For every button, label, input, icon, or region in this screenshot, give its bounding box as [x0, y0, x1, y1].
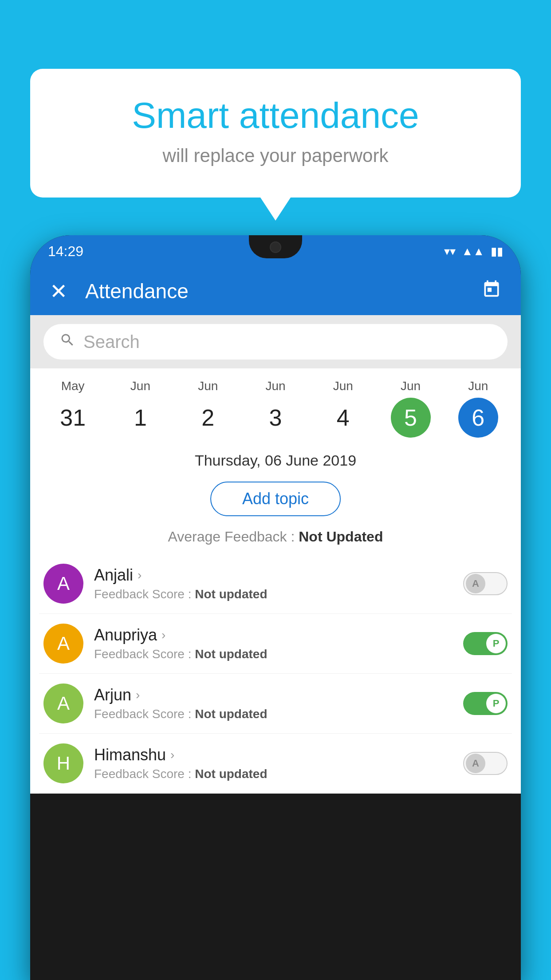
student-feedback: Feedback Score : Not updated	[94, 707, 453, 721]
chevron-right-icon: ›	[161, 628, 165, 642]
average-feedback: Average Feedback : Not Updated	[30, 524, 521, 554]
date-number[interactable]: 3	[256, 398, 295, 438]
student-feedback: Feedback Score : Not updated	[94, 587, 453, 601]
toggle-knob: A	[466, 574, 485, 593]
add-topic-container: Add topic	[30, 476, 521, 524]
date-month: Jun	[130, 379, 150, 393]
calendar-icon[interactable]	[482, 280, 501, 303]
toggle-off[interactable]: A	[463, 572, 508, 595]
status-time: 14:29	[48, 243, 83, 260]
speech-bubble-subtitle: will replace your paperwork	[61, 145, 490, 166]
search-bar[interactable]: Search	[43, 324, 508, 360]
student-feedback: Feedback Score : Not updated	[94, 647, 453, 661]
toggle-off[interactable]: A	[463, 752, 508, 775]
attendance-toggle[interactable]: A	[463, 572, 508, 595]
student-avatar: A	[43, 564, 83, 604]
speech-bubble: Smart attendance will replace your paper…	[30, 69, 521, 198]
feedback-value: Not updated	[195, 707, 267, 721]
selected-date-info: Thursday, 06 June 2019	[30, 442, 521, 476]
student-item[interactable]: AArjun ›Feedback Score : Not updated P	[39, 674, 512, 734]
speech-bubble-title: Smart attendance	[61, 95, 490, 135]
student-info: Anupriya ›Feedback Score : Not updated	[94, 626, 453, 661]
feedback-value: Not updated	[195, 767, 267, 781]
close-button[interactable]: ✕	[50, 279, 67, 304]
phone-frame: 14:29 ▾▾ ▲▲ ▮▮ ✕ Attendance	[30, 235, 521, 980]
search-container: Search	[30, 315, 521, 368]
student-info: Anjali ›Feedback Score : Not updated	[94, 566, 453, 601]
selected-date-text: Thursday, 06 June 2019	[195, 452, 356, 469]
student-avatar: H	[43, 743, 83, 783]
date-month: Jun	[401, 379, 421, 393]
toggle-knob: A	[466, 754, 485, 773]
student-avatar: A	[43, 624, 83, 664]
student-name: Arjun ›	[94, 686, 453, 704]
chevron-right-icon: ›	[138, 568, 142, 582]
battery-icon: ▮▮	[491, 245, 503, 258]
date-month: May	[61, 379, 85, 393]
date-number[interactable]: 6	[458, 398, 498, 438]
search-icon	[59, 332, 75, 352]
add-topic-button[interactable]: Add topic	[210, 482, 341, 516]
phone-notch	[249, 235, 302, 258]
app-title: Attendance	[85, 279, 482, 303]
date-number[interactable]: 2	[188, 398, 228, 438]
toggle-on[interactable]: P	[463, 692, 508, 715]
attendance-toggle[interactable]: P	[463, 632, 508, 655]
student-name: Himanshu ›	[94, 746, 453, 764]
add-topic-label: Add topic	[242, 490, 309, 508]
student-info: Himanshu ›Feedback Score : Not updated	[94, 746, 453, 781]
student-item[interactable]: AAnupriya ›Feedback Score : Not updated …	[39, 614, 512, 674]
date-item[interactable]: Jun2	[184, 379, 232, 438]
date-item[interactable]: Jun6	[454, 379, 503, 438]
search-placeholder: Search	[83, 332, 140, 352]
avg-feedback-value: Not Updated	[299, 529, 383, 545]
feedback-value: Not updated	[195, 647, 267, 661]
toggle-knob: P	[486, 634, 506, 653]
date-number[interactable]: 1	[120, 398, 160, 438]
avg-feedback-label: Average Feedback :	[168, 529, 295, 545]
wifi-icon: ▾▾	[444, 245, 456, 258]
attendance-toggle[interactable]: A	[463, 752, 508, 775]
date-item[interactable]: May31	[48, 379, 97, 438]
toggle-knob: P	[486, 694, 506, 713]
student-item[interactable]: HHimanshu ›Feedback Score : Not updated …	[39, 734, 512, 794]
calendar-strip: May31Jun1Jun2Jun3Jun4Jun5Jun6	[30, 368, 521, 442]
attendance-toggle[interactable]: P	[463, 692, 508, 715]
student-avatar: A	[43, 684, 83, 723]
date-item[interactable]: Jun3	[251, 379, 300, 438]
date-number[interactable]: 5	[391, 398, 431, 438]
date-item[interactable]: Jun1	[116, 379, 165, 438]
phone-camera	[270, 241, 281, 253]
feedback-value: Not updated	[195, 587, 267, 601]
student-list: AAnjali ›Feedback Score : Not updated A …	[30, 554, 521, 794]
date-month: Jun	[468, 379, 488, 393]
chevron-right-icon: ›	[136, 688, 140, 702]
student-name: Anupriya ›	[94, 626, 453, 644]
date-month: Jun	[333, 379, 353, 393]
date-item[interactable]: Jun4	[319, 379, 367, 438]
student-item[interactable]: AAnjali ›Feedback Score : Not updated A	[39, 554, 512, 614]
date-number[interactable]: 31	[53, 398, 93, 438]
student-info: Arjun ›Feedback Score : Not updated	[94, 686, 453, 721]
toggle-on[interactable]: P	[463, 632, 508, 655]
date-month: Jun	[265, 379, 285, 393]
chevron-right-icon: ›	[170, 748, 174, 762]
status-bar: 14:29 ▾▾ ▲▲ ▮▮	[30, 235, 521, 267]
student-feedback: Feedback Score : Not updated	[94, 767, 453, 781]
date-number[interactable]: 4	[323, 398, 363, 438]
speech-bubble-container: Smart attendance will replace your paper…	[30, 69, 521, 198]
student-name: Anjali ›	[94, 566, 453, 585]
date-item[interactable]: Jun5	[386, 379, 435, 438]
phone-screen: Search May31Jun1Jun2Jun3Jun4Jun5Jun6 Thu…	[30, 315, 521, 794]
status-icons: ▾▾ ▲▲ ▮▮	[444, 245, 503, 258]
signal-icon: ▲▲	[462, 245, 484, 258]
app-header: ✕ Attendance	[30, 267, 521, 315]
date-month: Jun	[198, 379, 218, 393]
